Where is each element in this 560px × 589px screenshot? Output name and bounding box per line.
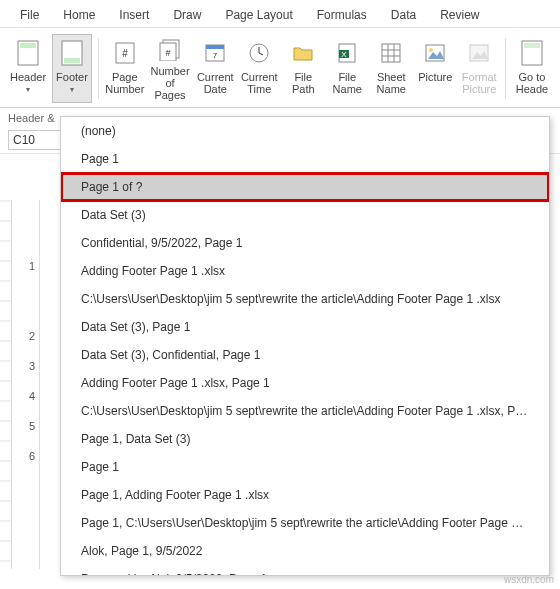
name-box[interactable] — [8, 130, 68, 150]
row-number[interactable]: 6 — [29, 450, 35, 462]
dropdown-item[interactable]: Data Set (3), Page 1 — [61, 313, 549, 341]
svg-rect-18 — [382, 44, 400, 62]
chevron-down-icon: ▾ — [26, 85, 30, 94]
number-of-pages-button[interactable]: # Numberof Pages — [149, 34, 192, 103]
format-picture-button: FormatPicture — [459, 34, 499, 103]
picture-button[interactable]: Picture — [415, 34, 455, 103]
watermark: wsxdn.com — [504, 574, 554, 585]
header-button[interactable]: Header ▾ — [8, 34, 48, 103]
dropdown-item[interactable]: Page 1 — [61, 453, 549, 481]
number-of-pages-icon: # — [156, 39, 184, 61]
folder-icon — [289, 39, 317, 67]
dropdown-item-page-1-of[interactable]: Page 1 of ? — [61, 173, 549, 201]
svg-text:#: # — [165, 48, 170, 58]
row-number[interactable]: 1 — [29, 260, 35, 272]
tab-draw[interactable]: Draw — [163, 4, 211, 27]
goto-header-icon — [518, 39, 546, 67]
tab-insert[interactable]: Insert — [109, 4, 159, 27]
dropdown-item[interactable]: Alok, Page 1, 9/5/2022 — [61, 537, 549, 565]
goto-header-button[interactable]: Go toHeade — [512, 34, 552, 103]
picture-label: Picture — [418, 71, 452, 83]
file-path-label: FilePath — [292, 71, 315, 95]
footer-icon — [58, 39, 86, 67]
dropdown-item[interactable]: Prepared by Alok 9/5/2022, Page 1 — [61, 565, 549, 576]
tab-data[interactable]: Data — [381, 4, 426, 27]
svg-point-25 — [429, 48, 433, 52]
dropdown-item[interactable]: C:\Users\User\Desktop\jim 5 sept\rewrite… — [61, 397, 549, 425]
svg-rect-3 — [64, 58, 80, 63]
separator — [98, 38, 99, 99]
format-picture-label: FormatPicture — [462, 71, 497, 95]
goto-header-label: Go toHeade — [516, 71, 548, 95]
page-number-button[interactable]: # PageNumber — [105, 34, 145, 103]
vertical-ruler — [0, 200, 12, 569]
number-of-pages-label: Numberof Pages — [150, 65, 189, 101]
dropdown-item[interactable]: Page 1, Adding Footer Page 1 .xlsx — [61, 481, 549, 509]
format-picture-icon — [465, 39, 493, 67]
dropdown-item[interactable]: C:\Users\User\Desktop\jim 5 sept\rewrite… — [61, 285, 549, 313]
sheet-name-button[interactable]: SheetName — [371, 34, 411, 103]
file-path-button[interactable]: FilePath — [283, 34, 323, 103]
dropdown-item[interactable]: Data Set (3) — [61, 201, 549, 229]
dropdown-item[interactable]: Page 1 — [61, 145, 549, 173]
tab-formulas[interactable]: Formulas — [307, 4, 377, 27]
svg-rect-29 — [524, 43, 540, 48]
dropdown-item[interactable]: Page 1, Data Set (3) — [61, 425, 549, 453]
page-number-icon: # — [111, 39, 139, 67]
row-number[interactable]: 4 — [29, 390, 35, 402]
sheet-name-label: SheetName — [377, 71, 406, 95]
svg-text:#: # — [122, 48, 128, 59]
excel-file-icon: X — [333, 39, 361, 67]
footer-preset-dropdown: (none) Page 1 Page 1 of ? Data Set (3) C… — [60, 116, 550, 576]
file-name-label: FileName — [333, 71, 362, 95]
dropdown-item[interactable]: Adding Footer Page 1 .xlsx — [61, 257, 549, 285]
row-gutter: 1 2 3 4 5 6 — [12, 200, 40, 569]
current-time-button[interactable]: CurrentTime — [239, 34, 279, 103]
tab-page-layout[interactable]: Page Layout — [215, 4, 302, 27]
separator — [505, 38, 506, 99]
chevron-down-icon: ▾ — [70, 85, 74, 94]
footer-label: Footer — [56, 71, 88, 83]
dropdown-item[interactable]: Confidential, 9/5/2022, Page 1 — [61, 229, 549, 257]
page-number-label: PageNumber — [105, 71, 144, 95]
row-number[interactable]: 3 — [29, 360, 35, 372]
dropdown-item[interactable]: Data Set (3), Confidential, Page 1 — [61, 341, 549, 369]
dropdown-item[interactable]: Adding Footer Page 1 .xlsx, Page 1 — [61, 369, 549, 397]
tab-file[interactable]: File — [10, 4, 49, 27]
ribbon-tabs: File Home Insert Draw Page Layout Formul… — [0, 0, 560, 28]
picture-icon — [421, 39, 449, 67]
footer-button[interactable]: Footer ▾ — [52, 34, 92, 103]
tab-review[interactable]: Review — [430, 4, 489, 27]
dropdown-item[interactable]: Page 1, C:\Users\User\Desktop\jim 5 sept… — [61, 509, 549, 537]
svg-text:7: 7 — [213, 51, 218, 60]
header-icon — [14, 39, 42, 67]
header-label: Header — [10, 71, 46, 83]
current-date-button[interactable]: 7 CurrentDate — [195, 34, 235, 103]
row-number[interactable]: 5 — [29, 420, 35, 432]
svg-text:X: X — [342, 50, 348, 59]
svg-rect-10 — [206, 45, 224, 49]
calendar-icon: 7 — [201, 39, 229, 67]
ribbon: Header ▾ Footer ▾ # PageNumber # Numbero… — [0, 28, 560, 108]
clock-icon — [245, 39, 273, 67]
grid-icon — [377, 39, 405, 67]
file-name-button[interactable]: X FileName — [327, 34, 367, 103]
current-date-label: CurrentDate — [197, 71, 234, 95]
dropdown-item-none[interactable]: (none) — [61, 117, 549, 145]
tab-home[interactable]: Home — [53, 4, 105, 27]
current-time-label: CurrentTime — [241, 71, 278, 95]
ribbon-group-label: Header & — [8, 112, 54, 124]
row-number[interactable]: 2 — [29, 330, 35, 342]
svg-rect-1 — [20, 43, 36, 48]
